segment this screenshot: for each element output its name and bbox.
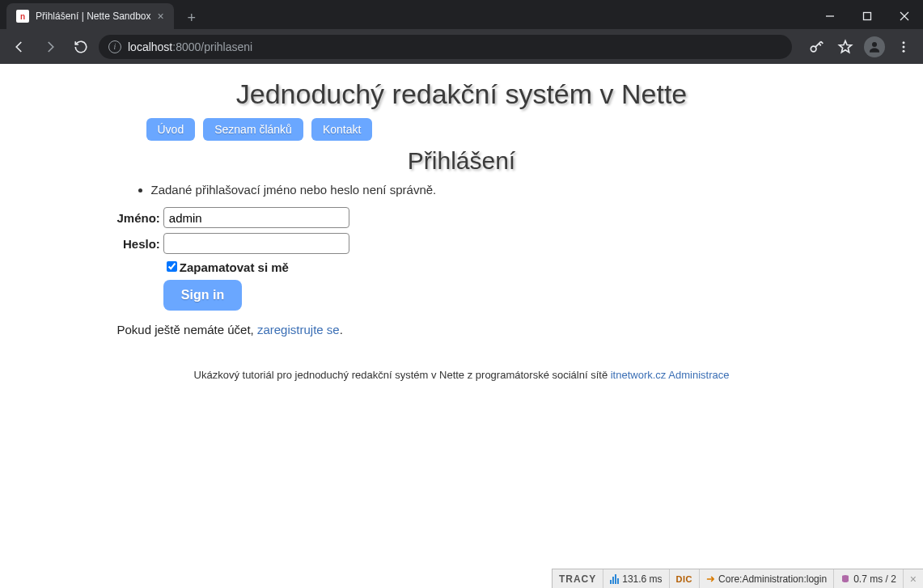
page-container: Jednoduchý redakční systém v Nette Úvod … (98, 78, 826, 381)
remember-checkbox[interactable] (167, 261, 177, 272)
register-prefix: Pokud ještě nemáte účet, (117, 323, 257, 336)
tracy-logo[interactable]: TRACY (553, 569, 603, 588)
page-footer: Ukázkový tutoriál pro jednoduchý redakčn… (114, 369, 810, 381)
svg-point-9 (903, 49, 905, 52)
browser-titlebar: n Přihlášení | Nette Sandbox × + (0, 0, 923, 29)
tab-close-icon[interactable]: × (158, 10, 164, 23)
forward-button[interactable] (37, 34, 63, 60)
window-controls (811, 3, 923, 29)
back-button[interactable] (6, 34, 32, 60)
nav-link-uvod[interactable]: Úvod (146, 118, 196, 141)
tracy-route-value: Core:Administration:login (718, 573, 827, 585)
remember-label: Zapamatovat si mě (180, 260, 289, 274)
bookmark-star-icon[interactable] (832, 34, 858, 60)
nav-link-kontakt[interactable]: Kontakt (311, 118, 372, 141)
register-suffix: . (340, 323, 343, 336)
reload-button[interactable] (68, 34, 94, 60)
svg-rect-1 (864, 13, 871, 20)
tracy-panel-route[interactable]: ➜ Core:Administration:login (700, 569, 834, 588)
window-maximize-button[interactable] (849, 3, 886, 29)
tracy-time-value: 131.6 ms (622, 573, 662, 585)
url-port: :8000 (172, 40, 201, 53)
form-errors: Zadané přihlašovací jméno nebo heslo nen… (135, 183, 810, 197)
page-viewport: Jednoduchý redakční systém v Nette Úvod … (0, 64, 923, 569)
login-form: Jméno: Heslo: Zapamatovat si mě Sign in (117, 205, 349, 313)
browser-menu-icon[interactable] (891, 34, 917, 60)
footer-link-administrace[interactable]: Administrace (668, 369, 729, 381)
url-path: /prihlaseni (201, 40, 252, 53)
tracy-db-value: 0.7 ms / 2 (853, 573, 896, 585)
route-icon: ➜ (706, 573, 715, 585)
favicon-icon: n (16, 10, 29, 23)
window-close-button[interactable] (886, 3, 923, 29)
tab-title: Přihlášení | Nette Sandbox (36, 11, 151, 22)
browser-tab[interactable]: n Přihlášení | Nette Sandbox × (6, 3, 174, 29)
tracy-bar[interactable]: TRACY 131.6 ms DIC ➜ Core:Administration… (552, 569, 923, 588)
signin-button[interactable]: Sign in (163, 280, 242, 311)
tracy-panel-time[interactable]: 131.6 ms (603, 569, 669, 588)
url-host: localhost (128, 40, 172, 53)
password-input[interactable] (163, 233, 349, 254)
profile-avatar[interactable] (862, 34, 887, 60)
register-link[interactable]: zaregistrujte se (257, 323, 340, 336)
password-label: Heslo: (117, 231, 163, 256)
window-minimize-button[interactable] (811, 3, 849, 29)
password-key-icon[interactable] (803, 34, 829, 60)
username-label: Jméno: (117, 205, 163, 231)
site-info-icon[interactable]: i (108, 40, 121, 53)
tracy-close-icon[interactable]: × (904, 573, 923, 586)
database-icon (840, 574, 850, 584)
form-error-item: Zadané přihlašovací jméno nebo heslo nen… (151, 183, 810, 197)
svg-marker-5 (840, 40, 852, 52)
new-tab-button[interactable]: + (180, 6, 203, 29)
url-text: localhost:8000/prihlaseni (128, 40, 252, 53)
username-input[interactable] (163, 207, 349, 228)
address-bar[interactable]: i localhost:8000/prihlaseni (99, 35, 792, 59)
browser-toolbar: i localhost:8000/prihlaseni (0, 29, 923, 64)
svg-point-7 (903, 41, 905, 44)
tracy-panel-dic[interactable]: DIC (670, 569, 700, 588)
dic-icon: DIC (676, 574, 692, 584)
footer-link-itnetwork[interactable]: itnetwork.cz (611, 369, 667, 381)
register-hint: Pokud ještě nemáte účet, zaregistrujte s… (117, 323, 810, 336)
toolbar-right-icons (803, 34, 917, 60)
footer-text: Ukázkový tutoriál pro jednoduchý redakčn… (194, 369, 611, 381)
browser-chrome: n Přihlášení | Nette Sandbox × + (0, 0, 923, 64)
page-heading: Přihlášení (114, 147, 810, 175)
site-title: Jednoduchý redakční systém v Nette (114, 78, 810, 110)
svg-point-8 (903, 45, 905, 48)
bars-icon (610, 574, 619, 584)
svg-point-6 (872, 42, 877, 47)
nav-link-seznam-clanku[interactable]: Seznam článků (203, 118, 303, 141)
tracy-panel-database[interactable]: 0.7 ms / 2 (834, 569, 904, 588)
tracy-logo-text: TRACY (559, 573, 596, 585)
main-nav: Úvod Seznam článků Kontakt (146, 118, 810, 141)
